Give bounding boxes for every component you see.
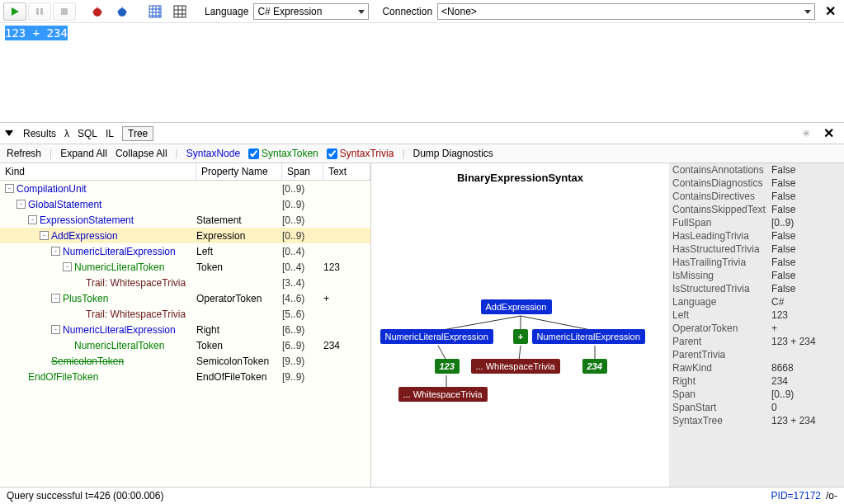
property-key: FullSpan	[672, 217, 771, 228]
property-value: [0..9)	[771, 217, 841, 228]
tree-row[interactable]: -PlusTokenOperatorToken[4..6)+	[0, 290, 370, 306]
tree-row[interactable]: -NumericLiteralExpressionRight[6..9)	[0, 322, 370, 337]
language-combo[interactable]: C# Expression	[253, 3, 369, 20]
tree-span: [5..6)	[282, 309, 323, 320]
tab-sql[interactable]: SQL	[78, 128, 97, 139]
property-row[interactable]: ContainsDirectivesFalse	[669, 190, 844, 203]
bug-red-icon[interactable]	[86, 2, 109, 21]
tree-prop: Right	[196, 324, 282, 336]
property-value: False	[771, 204, 841, 215]
property-row[interactable]: IsMissingFalse	[669, 269, 844, 282]
syntaxnode-link[interactable]: SyntaxNode	[186, 148, 240, 159]
syntax-tree[interactable]: -CompilationUnit[0..9)-GlobalStatement[0…	[0, 181, 370, 487]
property-row[interactable]: FullSpan[0..9)	[669, 216, 844, 229]
expand-all-link[interactable]: Expand All	[60, 148, 107, 159]
tree-kind: CompilationUnit	[17, 183, 87, 195]
tree-row[interactable]: SemicolonTokenSemicolonToken[9..9)	[0, 353, 370, 369]
tree-row[interactable]: Trail: WhitespaceTrivia[5..6)	[0, 306, 370, 322]
tree-row[interactable]: NumericLiteralTokenToken[6..9)234	[0, 337, 370, 353]
tree-prop: SemicolonToken	[196, 356, 282, 367]
property-row[interactable]: LanguageC#	[669, 295, 844, 309]
tab-tree[interactable]: Tree	[122, 126, 153, 141]
property-value: False	[771, 177, 841, 189]
grid-black-icon[interactable]	[168, 2, 191, 21]
svg-rect-1	[36, 8, 39, 15]
diagram-node-nle-left[interactable]: NumericLiteralExpression	[380, 329, 493, 344]
tree-kind: PlusToken	[63, 293, 108, 304]
property-row[interactable]: RawKind8668	[669, 361, 844, 374]
property-row[interactable]: ContainsSkippedTextFalse	[669, 203, 844, 216]
tree-row[interactable]: EndOfFileTokenEndOfFileToken[9..9)	[0, 369, 370, 384]
property-row[interactable]: ContainsDiagnosticsFalse	[669, 177, 844, 190]
col-kind[interactable]: Kind	[0, 163, 196, 180]
property-key: HasStructuredTrivia	[672, 243, 771, 255]
grid-blue-icon[interactable]	[144, 2, 167, 21]
refresh-link[interactable]: Refresh	[7, 148, 41, 159]
property-row[interactable]: HasLeadingTriviaFalse	[669, 229, 844, 243]
col-span[interactable]: Span	[282, 163, 323, 180]
tree-expander[interactable]: -	[51, 325, 60, 334]
property-row[interactable]: IsStructuredTriviaFalse	[669, 282, 844, 295]
dump-diagnostics-link[interactable]: Dump Diagnostics	[413, 148, 493, 159]
busy-icon: ✳	[802, 128, 810, 139]
diagram-node-add[interactable]: AddExpression	[481, 299, 552, 314]
property-row[interactable]: HasTrailingTriviaFalse	[669, 256, 844, 269]
collapse-triangle-icon[interactable]	[5, 130, 13, 136]
property-row[interactable]: OperatorToken+	[669, 322, 844, 335]
diagram-node-plus[interactable]: +	[513, 329, 528, 344]
property-row[interactable]: Span[0..9)	[669, 388, 844, 401]
code-editor[interactable]: 123 + 234	[0, 23, 844, 122]
property-row[interactable]: HasStructuredTriviaFalse	[669, 243, 844, 256]
syntaxtoken-checkbox[interactable]: SyntaxToken	[248, 148, 318, 159]
property-row[interactable]: SyntaxTree123 + 234	[669, 414, 844, 427]
tree-expander[interactable]: -	[40, 231, 49, 240]
col-property[interactable]: Property Name	[196, 163, 282, 180]
tree-expander[interactable]: -	[5, 184, 14, 193]
tab-il[interactable]: IL	[106, 128, 114, 139]
property-key: ContainsSkippedText	[672, 204, 771, 215]
property-row[interactable]: ContainsAnnotationsFalse	[669, 163, 844, 177]
svg-marker-0	[12, 7, 19, 16]
tree-header: Kind Property Name Span Text	[0, 163, 370, 181]
tree-row[interactable]: -GlobalStatement[0..9)	[0, 196, 370, 212]
connection-combo[interactable]: <None>	[437, 3, 815, 20]
property-row[interactable]: Right234	[669, 374, 844, 388]
tree-expander[interactable]: -	[63, 262, 72, 271]
close-icon[interactable]: ✕	[820, 3, 841, 19]
tree-row[interactable]: -ExpressionStatementStatement[0..9)	[0, 212, 370, 228]
tab-lambda[interactable]: λ	[64, 128, 69, 139]
run-button[interactable]	[3, 2, 26, 21]
close-results-icon[interactable]: ✕	[818, 125, 839, 141]
syntaxtrivia-checkbox[interactable]: SyntaxTrivia	[327, 148, 394, 159]
connection-label: Connection	[382, 6, 432, 17]
diagram-node-234[interactable]: 234	[582, 359, 607, 374]
tree-row[interactable]: -NumericLiteralExpressionLeft[0..4)	[0, 243, 370, 259]
tree-row[interactable]: -CompilationUnit[0..9)	[0, 181, 370, 196]
tree-expander[interactable]: -	[28, 215, 37, 224]
tree-text: 234	[323, 340, 370, 351]
tree-prop: Token	[196, 340, 282, 351]
pause-button[interactable]	[28, 2, 51, 21]
col-text[interactable]: Text	[323, 163, 370, 180]
property-row[interactable]: Parent123 + 234	[669, 335, 844, 348]
property-row[interactable]: ParentTrivia	[669, 348, 844, 361]
collapse-all-link[interactable]: Collapse All	[116, 148, 167, 159]
property-key: ContainsAnnotations	[672, 164, 771, 176]
diagram-node-nle-right[interactable]: NumericLiteralExpression	[532, 329, 645, 344]
properties-pane[interactable]: ContainsAnnotationsFalseContainsDiagnost…	[669, 163, 844, 487]
diagram-node-123[interactable]: 123	[435, 359, 460, 374]
tree-row[interactable]: -NumericLiteralTokenToken[0..4)123	[0, 259, 370, 275]
diagram-node-wt2[interactable]: ... WhitespaceTrivia	[398, 387, 488, 402]
tree-expander[interactable]: -	[17, 200, 26, 209]
tree-row[interactable]: -AddExpressionExpression[0..9)	[0, 228, 370, 243]
bug-blue-icon[interactable]	[111, 2, 134, 21]
tree-expander[interactable]: -	[51, 294, 60, 303]
property-row[interactable]: Left123	[669, 309, 844, 322]
tree-row[interactable]: Trail: WhitespaceTrivia[3..4)	[0, 275, 370, 290]
diagram-node-wt1[interactable]: ... WhitespaceTrivia	[471, 359, 560, 374]
property-row[interactable]: SpanStart0	[669, 401, 844, 414]
tree-expander[interactable]: -	[51, 247, 60, 256]
tab-results[interactable]: Results	[23, 128, 56, 139]
property-value: False	[771, 230, 841, 242]
stop-button[interactable]	[53, 2, 76, 21]
